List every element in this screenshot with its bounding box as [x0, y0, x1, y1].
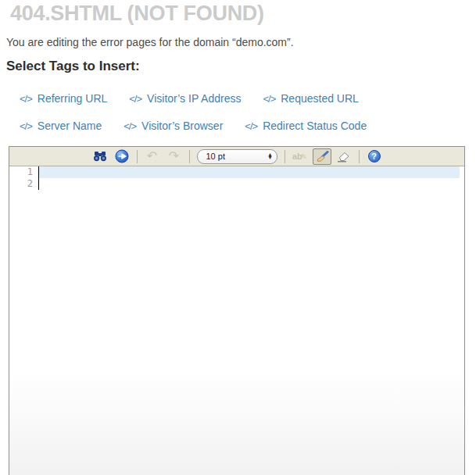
font-size-select[interactable]: 10 pt ▴ ▾ — [197, 149, 277, 164]
page-title: 404.SHTML (NOT FOUND) — [10, 1, 476, 26]
line-number: 1 — [9, 166, 38, 178]
active-code-line[interactable] — [39, 166, 460, 178]
binoculars-icon — [93, 150, 107, 162]
reset-highlight-button[interactable] — [335, 148, 353, 165]
intro-text: You are editing the error pages for the … — [6, 36, 476, 48]
tag-link-visitor-ip[interactable]: </> Visitor’s IP Address — [129, 92, 241, 105]
tag-link-label: Requested URL — [281, 92, 359, 105]
text-input-region[interactable] — [38, 166, 464, 190]
code-tag-icon: </> — [20, 93, 32, 105]
code-editor: ↶ ↷ 10 pt ▴ ▾ ab ✎ — [9, 146, 465, 475]
code-tag-icon: </> — [123, 120, 136, 132]
code-area[interactable]: 1 2 — [9, 166, 464, 190]
go-to-line-icon — [115, 149, 129, 163]
tag-link-requested-url[interactable]: </> Requested URL — [263, 92, 358, 105]
help-icon: ? — [368, 150, 381, 162]
code-tag-icon: </> — [20, 120, 32, 132]
line-number-gutter: 1 2 — [9, 166, 38, 190]
tag-link-redirect-status[interactable]: </> Redirect Status Code — [245, 120, 367, 132]
tag-link-server-name[interactable]: </> Server Name — [20, 120, 102, 132]
editor-toolbar: ↶ ↷ 10 pt ▴ ▾ ab ✎ — [9, 147, 464, 166]
tag-link-label: Redirect Status Code — [263, 120, 367, 132]
code-tag-icon: </> — [129, 93, 141, 105]
go-to-line-button[interactable] — [113, 148, 131, 165]
tag-link-label: Visitor’s Browser — [141, 120, 223, 132]
toolbar-separator — [359, 150, 360, 163]
tags-heading: Select Tags to Insert: — [6, 59, 476, 74]
tag-link-label: Visitor’s IP Address — [147, 92, 241, 105]
code-tag-icon: </> — [263, 93, 275, 105]
undo-button[interactable]: ↶ — [143, 148, 162, 165]
toolbar-separator — [285, 150, 285, 163]
toolbar-separator — [189, 150, 190, 163]
tag-links-row-1: </> Referring URL </> Visitor’s IP Addre… — [20, 92, 476, 105]
font-size-value: 10 pt — [206, 152, 269, 161]
code-tag-icon: </> — [245, 120, 257, 132]
word-wrap-button[interactable]: ab ✎ — [291, 148, 310, 165]
paintbrush-icon — [315, 150, 329, 163]
code-line[interactable] — [39, 178, 464, 190]
tag-links-row-2: </> Server Name </> Visitor’s Browser </… — [20, 120, 476, 132]
tag-link-visitor-browser[interactable]: </> Visitor’s Browser — [123, 120, 223, 132]
tag-link-label: Server Name — [38, 120, 102, 132]
syntax-highlight-button[interactable] — [313, 148, 331, 165]
undo-icon: ↶ — [147, 150, 157, 162]
toolbar-separator — [137, 150, 138, 163]
search-button[interactable] — [91, 148, 109, 165]
line-number: 2 — [9, 178, 38, 190]
select-stepper-icon: ▴ ▾ — [268, 153, 271, 160]
tag-link-label: Referring URL — [38, 92, 107, 105]
word-wrap-icon: ab ✎ — [292, 152, 307, 161]
eraser-icon — [336, 151, 351, 162]
error-pages-editor-page: { "page": { "title": "404.SHTML (NOT FOU… — [0, 0, 476, 475]
redo-icon: ↷ — [169, 150, 179, 162]
help-button[interactable]: ? — [365, 148, 384, 165]
tag-link-referring-url[interactable]: </> Referring URL — [20, 92, 107, 105]
redo-button[interactable]: ↷ — [165, 148, 184, 165]
